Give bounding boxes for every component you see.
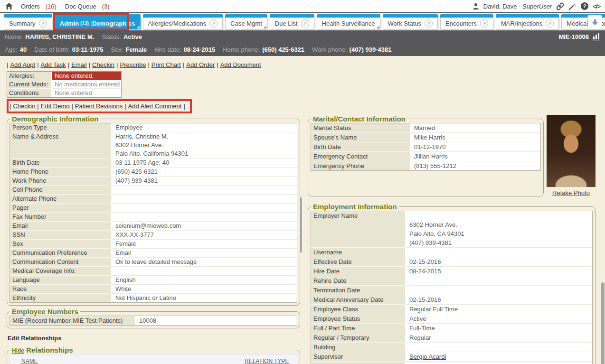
- age-value: 40: [20, 46, 27, 53]
- user-icon: [473, 3, 479, 9]
- tab-label: Admin: [60, 20, 79, 27]
- left-panel-scrollbar-thumb[interactable]: [299, 197, 302, 253]
- add-appt-link[interactable]: Add Appt: [10, 61, 35, 68]
- hire-date-label: Hire date:: [154, 46, 181, 53]
- top-bar: Orders (16) Doc Queue (3) David, Dave - …: [0, 0, 605, 13]
- section-title: Employment Information: [311, 203, 399, 211]
- field-label: Home Phone: [10, 168, 112, 177]
- external-arrow-icon[interactable]: ↗: [301, 19, 309, 28]
- checkin-link[interactable]: Checkin: [92, 61, 114, 68]
- tab-label: Due List: [275, 20, 298, 27]
- tab-work-status[interactable]: Work Status↗: [383, 14, 438, 29]
- tab-label-suffix: :Demographics: [90, 20, 135, 27]
- tab-mar-injections[interactable]: MAR/Injections↗: [496, 14, 559, 29]
- hide-relationships-link[interactable]: Hide: [12, 347, 24, 354]
- external-arrow-icon[interactable]: ↗: [546, 19, 554, 28]
- external-arrow-icon[interactable]: ↗: [425, 19, 433, 28]
- tab-allergies-medications[interactable]: Allergies/Medications↗: [143, 14, 223, 29]
- checkin-link-2[interactable]: Checkin: [13, 103, 35, 110]
- address-line: Palo Alto, California 94301: [115, 149, 293, 158]
- link-icon[interactable]: [556, 2, 564, 10]
- employer-address-line: Palo Alto, CA 94301: [409, 229, 589, 238]
- field-value: Sergio Acardi: [406, 352, 592, 362]
- field-label: Birth Date: [311, 142, 411, 152]
- top-nav: Orders (16) Doc Queue (3): [5, 2, 473, 10]
- field-label: Language: [10, 276, 112, 285]
- annotation-box-admin-links: Checkin Edit Demo Patient Revisions Add …: [7, 99, 192, 113]
- current-meds-link[interactable]: Current Meds:: [9, 81, 48, 88]
- field-value: [406, 286, 592, 295]
- section-title: Employee Numbers: [10, 308, 80, 316]
- tab-label: Summary: [9, 20, 36, 27]
- logged-in-user[interactable]: David, Dave - SuperUser: [483, 3, 552, 10]
- patient-photo-area: Retake Photo: [547, 115, 596, 196]
- field-label: SSN: [10, 231, 112, 240]
- webchart-app: Orders (16) Doc Queue (3) David, Dave - …: [0, 0, 605, 364]
- conditions-link[interactable]: Conditions:: [9, 89, 40, 96]
- field-value: Harris, Christine M. 6302 Horner Ave. Pa…: [112, 132, 297, 159]
- tab-summary[interactable]: Summary↗: [4, 14, 52, 29]
- field-label: Medical Anniversary Date: [311, 295, 406, 305]
- tab-label: Health Surveillance: [322, 20, 375, 27]
- chart-tab-bar: Summary↗ Admin(13):Demographics Allergie…: [0, 13, 605, 30]
- retake-photo-link[interactable]: Retake Photo: [552, 189, 590, 196]
- patient-revisions-link[interactable]: Patient Revisions: [75, 103, 123, 110]
- field-value: Female: [112, 240, 297, 249]
- patient-name-link[interactable]: Harris, Christine M.: [115, 132, 168, 141]
- user-name-text: David, Dave -: [483, 3, 522, 10]
- code-icon[interactable]: </>: [593, 3, 600, 10]
- edit-demo-link[interactable]: Edit Demo: [41, 103, 70, 110]
- sex-value: Female: [125, 46, 147, 53]
- tab-top-strip: [383, 14, 438, 18]
- tab-case-mgmt[interactable]: Case Mgmt: [225, 14, 267, 29]
- add-order-link[interactable]: Add Order: [186, 61, 215, 68]
- tab-health-surveillance[interactable]: Health Surveillance: [317, 14, 380, 29]
- email-link[interactable]: Email: [71, 61, 87, 68]
- allergies-row: Allergies: None entered.: [7, 72, 121, 80]
- tab-encounters[interactable]: Encounters↗: [440, 14, 493, 29]
- wand-icon[interactable]: [568, 2, 577, 10]
- help-icon[interactable]: ?: [581, 2, 588, 10]
- name-column-header[interactable]: NAME: [21, 358, 38, 364]
- tab-label: Case Mgmt: [230, 20, 262, 27]
- add-alert-comment-link[interactable]: Add Alert Comment: [128, 103, 182, 110]
- external-arrow-icon[interactable]: ↗: [39, 19, 47, 28]
- patient-status: Active: [123, 33, 142, 40]
- section-title: Demographic Information: [10, 115, 101, 123]
- relation-type-column-header[interactable]: RELATION TYPE: [245, 358, 289, 364]
- flowsheet-chart-icon[interactable]: [593, 33, 600, 40]
- field-value: Full-Time: [406, 324, 592, 333]
- field-value: [406, 362, 592, 364]
- prescribe-link[interactable]: Prescribe: [120, 61, 146, 68]
- external-arrow-icon[interactable]: ↗: [480, 19, 488, 28]
- tab-overflow-button[interactable]: [587, 15, 602, 29]
- add-task-link[interactable]: Add Task: [41, 61, 66, 68]
- tab-admin-demographics[interactable]: Admin(13):Demographics: [55, 14, 141, 29]
- field-value: Not Hispanic or Latino: [112, 294, 297, 302]
- tab-top-strip: [225, 14, 267, 18]
- edit-relationships-link[interactable]: Edit Relationships: [8, 335, 61, 342]
- home-icon[interactable]: [5, 2, 13, 10]
- print-chart-link[interactable]: Print Chart: [151, 61, 181, 68]
- field-label: Medical Coverage Info:: [10, 267, 112, 276]
- tab-top-strip: [270, 14, 314, 18]
- tab-label: Allergies/Medications: [148, 20, 207, 27]
- current-meds-row: Current Meds: No medications entered: [7, 80, 121, 89]
- external-arrow-icon[interactable]: ↗: [209, 19, 217, 28]
- field-value: 02-15-2016: [406, 295, 592, 305]
- patient-name: HARRIS, CHRISTINE M.: [25, 33, 94, 40]
- field-value: English: [112, 276, 297, 285]
- field-label: Emergency Contact: [311, 152, 411, 161]
- patient-status-label: Status:: [102, 33, 121, 40]
- add-document-link[interactable]: Add Document: [220, 61, 261, 68]
- doc-queue-link[interactable]: Doc Queue: [65, 3, 96, 10]
- supervisor-link[interactable]: Sergio Acardi: [409, 353, 446, 360]
- page-scrollbar-thumb[interactable]: [601, 282, 605, 364]
- tab-top-strip: [4, 14, 52, 18]
- employer-address-line: 6302 Horner Ave.: [409, 220, 589, 229]
- field-label: Alternate Phone: [10, 195, 112, 204]
- field-label: Person Type: [10, 123, 112, 132]
- orders-link[interactable]: Orders: [21, 3, 40, 10]
- tab-due-list[interactable]: Due List↗: [270, 14, 314, 29]
- allergies-link[interactable]: Allergies:: [9, 72, 34, 79]
